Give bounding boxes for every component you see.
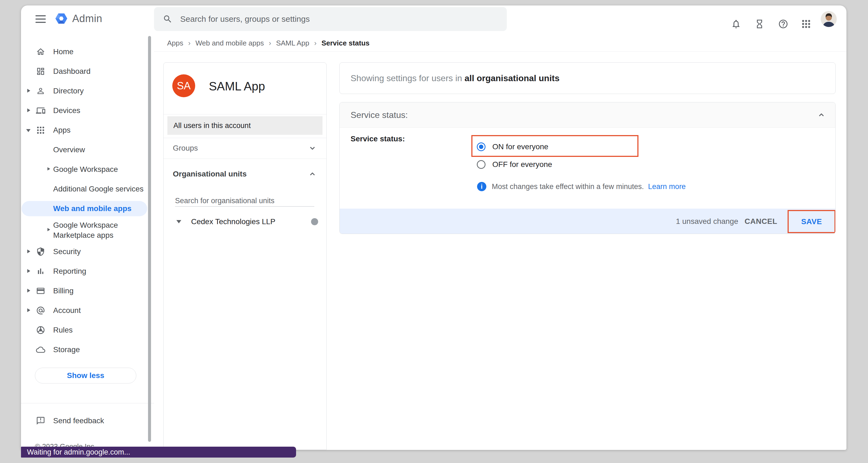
show-less-button[interactable]: Show less [35, 368, 136, 384]
app-title: SAML App [209, 79, 265, 93]
google-admin-logo[interactable]: Admin [54, 11, 102, 26]
sidebar-item-security[interactable]: Security [21, 242, 148, 261]
credit-card-icon [36, 286, 45, 296]
sidebar-item-storage[interactable]: Storage [21, 340, 148, 360]
cloud-icon [36, 345, 45, 354]
sidebar-item-overview[interactable]: Overview [21, 140, 148, 160]
bar-chart-icon [36, 267, 45, 276]
unsaved-changes-bar: 1 unsaved change CANCEL SAVE [340, 209, 835, 234]
expand-arrow-icon[interactable] [48, 228, 50, 231]
expand-arrow-icon[interactable] [27, 308, 30, 312]
service-status-header-title: Service status: [350, 110, 408, 120]
search-input[interactable] [180, 14, 494, 24]
menu-icon[interactable] [35, 15, 46, 24]
chevron-up-icon[interactable] [308, 170, 316, 178]
expand-arrow-icon[interactable] [27, 108, 30, 112]
shield-icon [36, 247, 45, 256]
sidebar-divider [21, 403, 154, 403]
breadcrumb-separator: › [188, 39, 191, 47]
breadcrumb: Apps › Web and mobile apps › SAML App › … [167, 38, 370, 48]
info-message: Most changes take effect within a few mi… [492, 183, 686, 191]
expand-arrow-icon[interactable] [27, 289, 30, 293]
org-unit-item[interactable]: Cedex Technologies LLP [191, 217, 275, 226]
at-sign-icon [36, 306, 45, 315]
sidebar-item-directory[interactable]: Directory [21, 81, 148, 101]
sidebar-item-rules[interactable]: Rules [21, 320, 148, 340]
org-units-search-input[interactable] [175, 195, 314, 207]
sidebar-item-reporting[interactable]: Reporting [21, 261, 148, 281]
tree-expand-arrow-icon[interactable] [176, 220, 181, 223]
sidebar-item-web-and-mobile-apps[interactable]: Web and mobile apps [21, 199, 148, 219]
search-icon [163, 14, 173, 24]
breadcrumb-separator: › [314, 39, 317, 47]
expand-arrow-icon[interactable] [27, 250, 30, 253]
google-apps-grid-icon[interactable] [796, 14, 816, 34]
org-unit-status-dot [311, 218, 318, 225]
person-icon [36, 86, 45, 96]
expand-arrow-icon[interactable] [27, 89, 30, 93]
org-units-section-label[interactable]: Organisational units [173, 170, 247, 178]
sidebar-item-home[interactable]: Home [21, 42, 148, 62]
sidebar-item-marketplace-apps[interactable]: Google Workspace Marketplace apps [21, 219, 148, 242]
scope-banner-emphasis: all organisational units [465, 73, 560, 83]
annotation-box-save: SAVE [787, 210, 836, 233]
content-divider [154, 52, 846, 52]
service-status-header[interactable]: Service status: [340, 102, 835, 128]
divider [163, 114, 326, 114]
cancel-button[interactable]: CANCEL [745, 217, 777, 226]
notifications-bell-icon[interactable] [726, 14, 746, 34]
radio-on-for-everyone[interactable] [477, 142, 486, 151]
learn-more-link[interactable]: Learn more [648, 183, 686, 191]
info-icon: i [477, 182, 486, 191]
sidebar-item-apps[interactable]: Apps [21, 121, 148, 140]
browser-status-bar: Waiting for admin.google.com... [21, 447, 296, 458]
scope-banner-text: Showing settings for users in all organi… [350, 73, 559, 84]
service-status-card: Service status: Service status: ON for e… [339, 102, 836, 234]
service-status-field-label: Service status: [350, 135, 405, 143]
collapse-chevron-up-icon[interactable] [817, 111, 826, 119]
groups-section-label[interactable]: Groups [173, 144, 198, 153]
divider [163, 138, 326, 138]
home-icon [36, 47, 45, 56]
app-scope-panel: SA SAML App All users in this account Gr… [163, 62, 327, 450]
account-avatar[interactable] [821, 11, 837, 27]
apps-grid-icon [36, 126, 45, 135]
admin-hexagon-icon [54, 11, 68, 26]
sidebar-item-google-workspace[interactable]: Google Workspace [21, 160, 148, 179]
expand-arrow-icon[interactable] [27, 269, 30, 273]
breadcrumb-saml-app[interactable]: SAML App [276, 39, 309, 47]
breadcrumb-web-and-mobile-apps[interactable]: Web and mobile apps [195, 39, 264, 47]
global-search[interactable] [154, 7, 507, 31]
dashboard-icon [36, 67, 45, 76]
devices-icon [36, 106, 45, 115]
tasks-hourglass-icon[interactable] [749, 14, 770, 34]
expand-arrow-icon[interactable] [48, 167, 50, 170]
app-avatar: SA [172, 74, 195, 97]
unsaved-change-count: 1 unsaved change [676, 217, 738, 226]
steering-wheel-icon [36, 326, 45, 335]
sidebar-item-additional-google-services[interactable]: Additional Google services [21, 179, 148, 199]
save-button[interactable]: SAVE [801, 217, 822, 226]
sidebar-item-dashboard[interactable]: Dashboard [21, 62, 148, 81]
breadcrumb-apps[interactable]: Apps [167, 39, 183, 47]
all-users-item[interactable]: All users in this account [167, 116, 322, 135]
divider [163, 159, 326, 159]
status-text: Waiting for admin.google.com... [27, 448, 130, 457]
radio-on-label[interactable]: ON for everyone [492, 142, 548, 151]
admin-console-window: Admin Apps › Web and mobile apps [21, 5, 846, 450]
collapse-arrow-icon[interactable] [26, 129, 31, 132]
help-icon[interactable] [773, 14, 793, 34]
sidebar-item-devices[interactable]: Devices [21, 101, 148, 121]
sidebar-item-account[interactable]: Account [21, 301, 148, 320]
sidebar-scrollbar[interactable] [148, 36, 151, 442]
chevron-down-icon[interactable] [308, 144, 316, 152]
breadcrumb-separator: › [269, 39, 271, 47]
breadcrumb-current: Service status [321, 39, 369, 47]
sidebar-item-billing[interactable]: Billing [21, 281, 148, 301]
avatar-photo [821, 11, 837, 27]
radio-off-for-everyone[interactable] [477, 160, 486, 169]
radio-off-label[interactable]: OFF for everyone [492, 160, 552, 169]
send-feedback-button[interactable]: Send feedback [21, 411, 148, 431]
product-name: Admin [72, 13, 102, 25]
feedback-icon [36, 416, 45, 425]
